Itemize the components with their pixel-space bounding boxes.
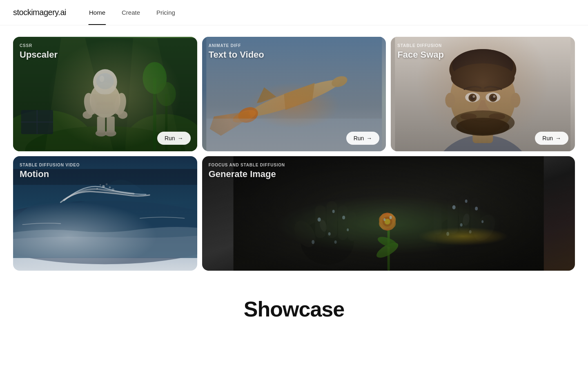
svg-point-64: [112, 188, 114, 191]
svg-rect-85: [470, 198, 480, 234]
svg-rect-71: [338, 205, 347, 240]
svg-rect-107: [233, 156, 543, 271]
svg-point-61: [100, 184, 101, 186]
card-upscaler[interactable]: CSSR Upscaler Run →: [13, 37, 197, 151]
svg-point-101: [376, 211, 398, 232]
svg-point-11: [96, 73, 114, 89]
svg-point-75: [332, 210, 334, 213]
svg-marker-31: [252, 85, 276, 104]
svg-point-21: [105, 130, 116, 137]
svg-point-48: [489, 94, 497, 102]
svg-point-20: [96, 130, 107, 137]
svg-point-15: [113, 92, 128, 116]
svg-point-73: [318, 219, 328, 232]
logo-bold: stockimagery: [13, 8, 58, 17]
showcase-section: Showcase: [0, 271, 588, 334]
run-text-to-video-button[interactable]: Run →: [346, 132, 380, 145]
svg-point-81: [435, 215, 488, 260]
svg-point-103: [382, 217, 392, 227]
svg-rect-19: [107, 117, 115, 132]
card-generate-image-bg: [202, 156, 575, 271]
svg-point-16: [82, 111, 92, 119]
svg-rect-83: [447, 199, 458, 234]
svg-point-54: [457, 118, 510, 136]
svg-point-63: [96, 188, 98, 189]
svg-point-50: [491, 95, 496, 100]
svg-point-102: [376, 211, 398, 232]
svg-point-105: [389, 216, 392, 219]
svg-point-39: [450, 61, 516, 135]
svg-rect-84: [459, 195, 469, 232]
run-upscaler-arrow-icon: →: [178, 135, 183, 141]
card-text-to-video[interactable]: ANIMATE DIFF Text to Video Run →: [202, 37, 386, 151]
run-face-swap-button[interactable]: Run →: [535, 132, 568, 145]
svg-point-1: [13, 110, 93, 151]
svg-point-92: [446, 232, 449, 236]
card-motion-bg: [13, 156, 197, 271]
svg-point-93: [481, 220, 483, 223]
svg-point-98: [377, 211, 397, 233]
run-face-swap-label: Run: [542, 135, 553, 141]
showcase-title: Showcase: [13, 297, 575, 321]
svg-point-68: [290, 217, 320, 251]
svg-rect-57: [13, 169, 197, 258]
svg-point-88: [452, 205, 455, 209]
svg-rect-66: [233, 156, 543, 271]
svg-point-14: [82, 92, 98, 116]
navbar: stockimagery.ai Home Create Pricing: [0, 0, 588, 25]
svg-point-33: [231, 108, 258, 125]
svg-point-46: [486, 92, 501, 102]
svg-rect-38: [473, 123, 493, 143]
svg-point-74: [317, 218, 321, 222]
svg-point-53: [451, 110, 515, 135]
svg-point-49: [470, 95, 475, 100]
svg-rect-23: [153, 78, 156, 150]
svg-point-77: [328, 232, 330, 236]
logo[interactable]: stockimagery.ai: [13, 8, 66, 17]
svg-rect-95: [387, 222, 390, 271]
svg-point-28: [245, 74, 343, 122]
svg-rect-72: [347, 211, 356, 241]
run-face-swap-arrow-icon: →: [555, 135, 561, 141]
svg-point-100: [381, 213, 394, 231]
svg-point-67: [301, 220, 354, 265]
svg-point-104: [384, 219, 390, 224]
card-face-swap[interactable]: STABLE DIFFUSION Face Swap Run →: [391, 37, 575, 151]
svg-point-41: [511, 93, 521, 108]
nav-link-home[interactable]: Home: [82, 6, 112, 19]
svg-point-97: [376, 235, 398, 249]
svg-point-91: [460, 223, 462, 227]
svg-point-47: [469, 94, 477, 102]
svg-point-37: [434, 135, 532, 151]
svg-point-32: [236, 105, 260, 126]
svg-point-9: [90, 83, 120, 118]
svg-marker-4: [45, 38, 113, 150]
nav-link-pricing[interactable]: Pricing: [150, 6, 182, 19]
svg-point-40: [445, 93, 455, 108]
run-text-to-video-arrow-icon: →: [366, 135, 372, 141]
svg-point-80: [334, 240, 336, 244]
nav-link-create[interactable]: Create: [115, 6, 147, 19]
svg-point-106: [383, 218, 385, 221]
svg-point-10: [93, 69, 117, 95]
svg-point-24: [143, 62, 167, 94]
svg-marker-34: [206, 105, 254, 139]
svg-point-60: [106, 183, 108, 185]
nav-links: Home Create Pricing: [82, 6, 182, 19]
svg-rect-18: [97, 117, 105, 132]
run-upscaler-button[interactable]: Run →: [157, 132, 191, 145]
card-motion[interactable]: STABLE DIFFUSION VIDEO Motion: [13, 156, 197, 271]
svg-point-42: [450, 49, 517, 90]
svg-point-94: [469, 230, 471, 233]
svg-rect-13: [97, 102, 113, 105]
svg-point-82: [470, 211, 499, 245]
svg-point-45: [466, 92, 480, 102]
svg-point-56: [489, 113, 506, 120]
svg-point-44: [451, 63, 515, 92]
svg-point-78: [312, 240, 314, 244]
cards-grid: CSSR Upscaler Run →: [0, 25, 588, 271]
svg-point-96: [374, 240, 400, 261]
run-upscaler-label: Run: [165, 135, 175, 141]
card-generate-image[interactable]: FOOCUS AND STABLE DIFFUSION Generate Ima…: [202, 156, 575, 271]
svg-point-99: [377, 211, 397, 233]
